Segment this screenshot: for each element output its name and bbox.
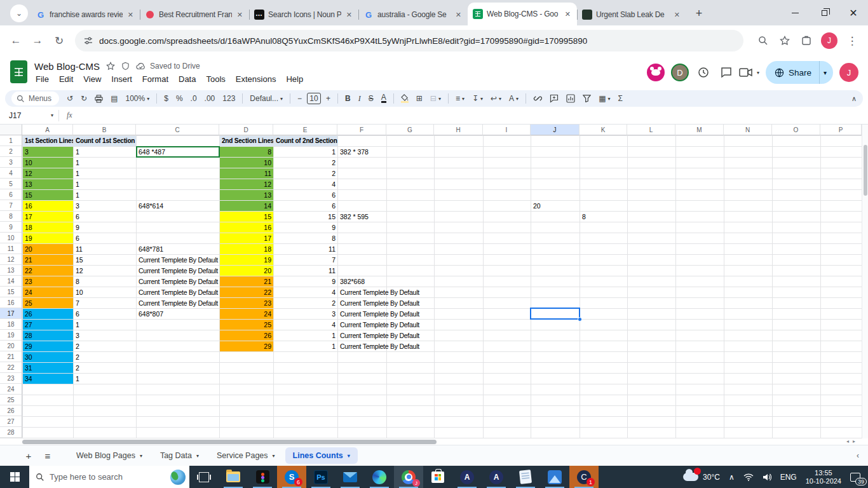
reload-icon[interactable]: ↻ bbox=[48, 30, 70, 51]
column-header-E[interactable]: E bbox=[273, 125, 337, 135]
cell-A1[interactable]: 1st Section Lines bbox=[23, 136, 73, 146]
taskbar-app-figma[interactable] bbox=[248, 466, 277, 488]
font-select[interactable]: Defaul...▾ bbox=[246, 92, 287, 105]
account-avatar[interactable]: J bbox=[839, 63, 858, 82]
forward-icon[interactable]: → bbox=[27, 30, 48, 51]
cell-D18[interactable]: 25 bbox=[220, 320, 273, 330]
cell-B21[interactable]: 2 bbox=[74, 352, 136, 362]
cell-C16[interactable]: Current Templete By Default bbox=[137, 298, 219, 308]
collapse-side-panel-icon[interactable]: ‹ bbox=[857, 451, 859, 460]
cell-B20[interactable]: 2 bbox=[74, 341, 136, 351]
cell-B16[interactable]: 7 bbox=[74, 298, 136, 308]
browser-tab[interactable]: •••Search Icons | Noun P✕ bbox=[249, 4, 358, 25]
merge-cells-button[interactable]: ⊟▾ bbox=[426, 92, 445, 105]
column-header-L[interactable]: L bbox=[627, 125, 675, 135]
fill-color-button[interactable] bbox=[397, 92, 412, 105]
cell-D14[interactable]: 21 bbox=[220, 276, 273, 287]
cell-B9[interactable]: 9 bbox=[74, 222, 136, 233]
sheet-tab-tag-data[interactable]: Tag Data▾ bbox=[153, 447, 207, 464]
toolbar-search-button[interactable]: Menus bbox=[11, 92, 59, 105]
column-header-P[interactable]: P bbox=[820, 125, 862, 135]
cell-A18[interactable]: 27 bbox=[23, 320, 73, 330]
cell-D12[interactable]: 19 bbox=[220, 255, 273, 265]
document-title[interactable]: Web Blog-CMS bbox=[34, 61, 100, 72]
tray-overflow-icon[interactable]: ∧ bbox=[724, 466, 739, 488]
cell-D13[interactable]: 20 bbox=[220, 266, 273, 276]
column-header-N[interactable]: N bbox=[724, 125, 772, 135]
tab-close-icon[interactable]: ✕ bbox=[564, 10, 572, 18]
cell-D20[interactable]: 29 bbox=[220, 341, 273, 351]
search-highlight-globe-icon[interactable] bbox=[170, 470, 186, 485]
insert-comment-icon[interactable] bbox=[546, 92, 562, 105]
cell-B6[interactable]: 1 bbox=[74, 190, 136, 200]
row-header-23[interactable]: 23 bbox=[0, 373, 22, 384]
cell-D1[interactable]: 2nd Section Lines bbox=[220, 136, 273, 146]
column-header-C[interactable]: C bbox=[136, 125, 219, 135]
cell-B1[interactable]: Count of 1st Section bbox=[74, 136, 136, 146]
row-header-13[interactable]: 13 bbox=[0, 265, 22, 276]
start-button[interactable] bbox=[0, 466, 29, 488]
new-tab-button[interactable]: + bbox=[690, 4, 708, 22]
row-header-18[interactable]: 18 bbox=[0, 319, 22, 330]
cell-A9[interactable]: 18 bbox=[23, 222, 73, 233]
column-header-B[interactable]: B bbox=[73, 125, 136, 135]
tab-close-icon[interactable]: ✕ bbox=[345, 11, 353, 19]
cell-E11[interactable]: 11 bbox=[274, 244, 337, 254]
column-header-F[interactable]: F bbox=[337, 125, 386, 135]
cell-A4[interactable]: 12 bbox=[23, 168, 73, 179]
collaborator-avatar[interactable]: D bbox=[671, 64, 689, 81]
cell-A19[interactable]: 28 bbox=[23, 330, 73, 341]
taskbar-app-notepad[interactable] bbox=[511, 466, 540, 488]
row-header-10[interactable]: 10 bbox=[0, 233, 22, 243]
row-header-19[interactable]: 19 bbox=[0, 330, 22, 341]
back-icon[interactable]: ← bbox=[5, 30, 27, 51]
cell-E16[interactable]: 2 bbox=[274, 298, 337, 308]
column-header-G[interactable]: G bbox=[386, 125, 434, 135]
row-header-12[interactable]: 12 bbox=[0, 254, 22, 265]
tab-close-icon[interactable]: ✕ bbox=[454, 11, 463, 19]
cell-F2[interactable]: 382 * 378 bbox=[338, 147, 386, 157]
cell-E1[interactable]: Count of 2nd Section bbox=[274, 136, 337, 146]
cell-A10[interactable]: 19 bbox=[23, 233, 73, 243]
wifi-icon[interactable] bbox=[739, 466, 758, 488]
create-filter-icon[interactable] bbox=[579, 92, 595, 105]
task-view-button[interactable] bbox=[189, 466, 219, 488]
insert-link-icon[interactable] bbox=[529, 92, 546, 105]
cell-E9[interactable]: 9 bbox=[274, 222, 337, 233]
cell-B11[interactable]: 11 bbox=[74, 244, 136, 254]
cell-B13[interactable]: 12 bbox=[74, 266, 136, 276]
browser-tab[interactable]: Web Blog-CMS - Goo✕ bbox=[468, 3, 577, 25]
cell-B15[interactable]: 10 bbox=[74, 287, 136, 297]
row-header-28[interactable]: 28 bbox=[0, 427, 22, 438]
name-box[interactable]: J17 ▾ bbox=[0, 111, 58, 120]
select-all-corner[interactable] bbox=[0, 125, 22, 135]
star-icon[interactable] bbox=[106, 62, 115, 71]
cell-E3[interactable]: 2 bbox=[274, 158, 337, 168]
row-header-1[interactable]: 1 bbox=[0, 135, 22, 146]
row-header-27[interactable]: 27 bbox=[0, 416, 22, 427]
row-header-8[interactable]: 8 bbox=[0, 211, 22, 222]
cell-F8[interactable]: 382 * 595 bbox=[338, 212, 386, 222]
text-color-button[interactable]: A bbox=[377, 92, 390, 105]
bookmark-star-icon[interactable] bbox=[774, 30, 796, 51]
cell-B23[interactable]: 1 bbox=[74, 374, 136, 384]
cell-A12[interactable]: 21 bbox=[23, 255, 73, 265]
share-dropdown[interactable]: ▾ bbox=[819, 61, 833, 84]
cell-F16[interactable]: Current Templete By Default bbox=[338, 298, 433, 308]
cell-D19[interactable]: 26 bbox=[220, 330, 273, 341]
taskbar-app-explorer[interactable] bbox=[219, 466, 248, 488]
cell-D8[interactable]: 15 bbox=[220, 212, 273, 222]
row-header-3[interactable]: 3 bbox=[0, 157, 22, 168]
cell-J7[interactable]: 20 bbox=[531, 201, 580, 211]
strikethrough-button[interactable]: S bbox=[365, 92, 377, 105]
italic-button[interactable]: I bbox=[355, 92, 365, 105]
cell-A13[interactable]: 22 bbox=[23, 266, 73, 276]
comments-icon[interactable] bbox=[715, 61, 738, 84]
more-formats-button[interactable]: 123 bbox=[219, 92, 239, 105]
menu-help[interactable]: Help bbox=[281, 72, 308, 86]
row-header-15[interactable]: 15 bbox=[0, 287, 22, 297]
column-header-H[interactable]: H bbox=[434, 125, 483, 135]
browser-tab[interactable]: Gfranchise awards revie✕ bbox=[31, 4, 140, 25]
menu-insert[interactable]: Insert bbox=[106, 72, 137, 86]
taskbar-app-skype[interactable]: S6 bbox=[277, 466, 306, 488]
